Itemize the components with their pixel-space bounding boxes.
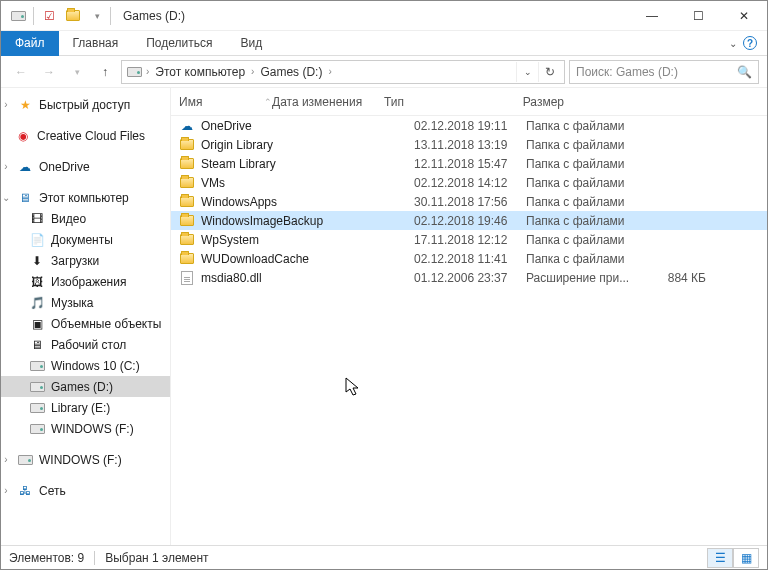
file-name: VMs xyxy=(201,176,225,190)
file-row[interactable]: WindowsImageBackup02.12.2018 19:46Папка … xyxy=(171,211,767,230)
search-icon[interactable]: 🔍 xyxy=(737,65,752,79)
file-icon: ☁ xyxy=(179,118,195,134)
qat-dropdown-icon[interactable]: ▾ xyxy=(86,5,108,27)
file-row[interactable]: Steam Library12.11.2018 15:47Папка с фай… xyxy=(171,154,767,173)
sidebar-item-drive[interactable]: Games (D:) xyxy=(1,376,170,397)
tab-share[interactable]: Поделиться xyxy=(132,31,226,56)
folder-type-icon: 🎞 xyxy=(29,211,45,227)
status-selected: Выбран 1 элемент xyxy=(105,551,208,565)
folder-type-icon: 🖥 xyxy=(29,337,45,353)
file-row[interactable]: WUDownloadCache02.12.2018 11:41Папка с ф… xyxy=(171,249,767,268)
sidebar-item-drive[interactable]: WINDOWS (F:) xyxy=(1,418,170,439)
file-type: Папка с файлами xyxy=(526,138,636,152)
search-input[interactable]: Поиск: Games (D:) 🔍 xyxy=(569,60,759,84)
file-date: 12.11.2018 15:47 xyxy=(414,157,526,171)
file-list[interactable]: ☁OneDrive02.12.2018 19:11Папка с файлами… xyxy=(171,116,767,545)
file-row[interactable]: VMs02.12.2018 14:12Папка с файлами xyxy=(171,173,767,192)
file-icon xyxy=(179,175,195,191)
back-button[interactable]: ← xyxy=(9,60,33,84)
sidebar-item-drive[interactable]: Windows 10 (C:) xyxy=(1,355,170,376)
sidebar-item[interactable]: 🎵Музыка xyxy=(1,292,170,313)
sort-indicator-icon: ⌃ xyxy=(264,97,272,107)
properties-qat-button[interactable]: ☑ xyxy=(38,5,60,27)
status-bar: Элементов: 9 Выбран 1 элемент ☰ ▦ xyxy=(1,545,767,569)
ribbon-expand-icon[interactable]: ⌄ xyxy=(729,38,737,49)
status-separator xyxy=(94,551,95,565)
sidebar-item[interactable]: ▣Объемные объекты xyxy=(1,313,170,334)
drive-icon xyxy=(29,400,45,416)
forward-button[interactable]: → xyxy=(37,60,61,84)
refresh-button[interactable]: ↻ xyxy=(538,62,560,82)
file-row[interactable]: WindowsApps30.11.2018 17:56Папка с файла… xyxy=(171,192,767,211)
drive-icon xyxy=(29,358,45,374)
breadcrumb[interactable]: Этот компьютер xyxy=(153,65,247,79)
file-date: 02.12.2018 11:41 xyxy=(414,252,526,266)
file-name: WindowsImageBackup xyxy=(201,214,323,228)
sidebar-item[interactable]: ⬇Загрузки xyxy=(1,250,170,271)
file-tab[interactable]: Файл xyxy=(1,31,59,56)
window-title: Games (D:) xyxy=(123,9,185,23)
computer-icon: 🖥 xyxy=(17,190,33,206)
sidebar-item-extra-drive[interactable]: ›WINDOWS (F:) xyxy=(1,449,170,470)
network-icon: 🖧 xyxy=(17,483,33,499)
file-date: 02.12.2018 14:12 xyxy=(414,176,526,190)
sidebar-item-ccf[interactable]: ◉Creative Cloud Files xyxy=(1,125,170,146)
maximize-button[interactable]: ☐ xyxy=(675,1,721,31)
chevron-right-icon[interactable]: › xyxy=(328,66,331,77)
chevron-right-icon[interactable]: › xyxy=(251,66,254,77)
file-date: 01.12.2006 23:37 xyxy=(414,271,526,285)
thumbnails-view-button[interactable]: ▦ xyxy=(733,548,759,568)
drive-icon xyxy=(29,379,45,395)
column-type[interactable]: Тип xyxy=(384,95,494,109)
column-size[interactable]: Размер xyxy=(494,95,574,109)
sidebar-item-onedrive[interactable]: ›☁OneDrive xyxy=(1,156,170,177)
sidebar-item-drive[interactable]: Library (E:) xyxy=(1,397,170,418)
column-date[interactable]: Дата изменения xyxy=(272,95,384,109)
file-icon xyxy=(179,270,195,286)
chevron-right-icon[interactable]: › xyxy=(1,454,11,465)
file-name: WUDownloadCache xyxy=(201,252,309,266)
history-dropdown-icon[interactable]: ▾ xyxy=(65,60,89,84)
folder-type-icon: ▣ xyxy=(29,316,45,332)
file-type: Расширение при... xyxy=(526,271,636,285)
file-row[interactable]: Origin Library13.11.2018 13:19Папка с фа… xyxy=(171,135,767,154)
quick-access-toolbar: ☑ ▾ xyxy=(7,5,108,27)
up-button[interactable]: ↑ xyxy=(93,60,117,84)
onedrive-icon: ☁ xyxy=(17,159,33,175)
address-row: ← → ▾ ↑ › Этот компьютер › Games (D:) › … xyxy=(1,56,767,88)
tab-home[interactable]: Главная xyxy=(59,31,133,56)
sidebar-item-quick-access[interactable]: ›★Быстрый доступ xyxy=(1,94,170,115)
tab-view[interactable]: Вид xyxy=(226,31,276,56)
minimize-button[interactable]: — xyxy=(629,1,675,31)
sidebar-item[interactable]: 🎞Видео xyxy=(1,208,170,229)
sidebar-item[interactable]: 🖥Рабочий стол xyxy=(1,334,170,355)
chevron-right-icon[interactable]: › xyxy=(1,99,11,110)
file-name: OneDrive xyxy=(201,119,252,133)
window-controls: — ☐ ✕ xyxy=(629,1,767,31)
address-bar[interactable]: › Этот компьютер › Games (D:) › ⌄ ↻ xyxy=(121,60,565,84)
chevron-down-icon[interactable]: ⌄ xyxy=(1,192,11,203)
file-icon xyxy=(179,251,195,267)
address-dropdown-icon[interactable]: ⌄ xyxy=(516,62,538,82)
drive-icon xyxy=(17,452,33,468)
file-row[interactable]: msdia80.dll01.12.2006 23:37Расширение пр… xyxy=(171,268,767,287)
sidebar-item-network[interactable]: ›🖧Сеть xyxy=(1,480,170,501)
chevron-right-icon[interactable]: › xyxy=(1,161,11,172)
sidebar-item-thispc[interactable]: ⌄🖥Этот компьютер xyxy=(1,187,170,208)
close-button[interactable]: ✕ xyxy=(721,1,767,31)
newfolder-qat-button[interactable] xyxy=(62,5,84,27)
chevron-right-icon[interactable]: › xyxy=(146,66,149,77)
chevron-right-icon[interactable]: › xyxy=(1,485,11,496)
breadcrumb[interactable]: Games (D:) xyxy=(258,65,324,79)
folder-type-icon: ⬇ xyxy=(29,253,45,269)
star-icon: ★ xyxy=(17,97,33,113)
sidebar-item[interactable]: 🖼Изображения xyxy=(1,271,170,292)
details-view-button[interactable]: ☰ xyxy=(707,548,733,568)
file-row[interactable]: WpSystem17.11.2018 12:12Папка с файлами xyxy=(171,230,767,249)
file-size: 884 КБ xyxy=(636,271,716,285)
folder-type-icon: 🖼 xyxy=(29,274,45,290)
help-icon[interactable]: ? xyxy=(743,36,757,50)
sidebar-item[interactable]: 📄Документы xyxy=(1,229,170,250)
folder-type-icon: 📄 xyxy=(29,232,45,248)
file-row[interactable]: ☁OneDrive02.12.2018 19:11Папка с файлами xyxy=(171,116,767,135)
